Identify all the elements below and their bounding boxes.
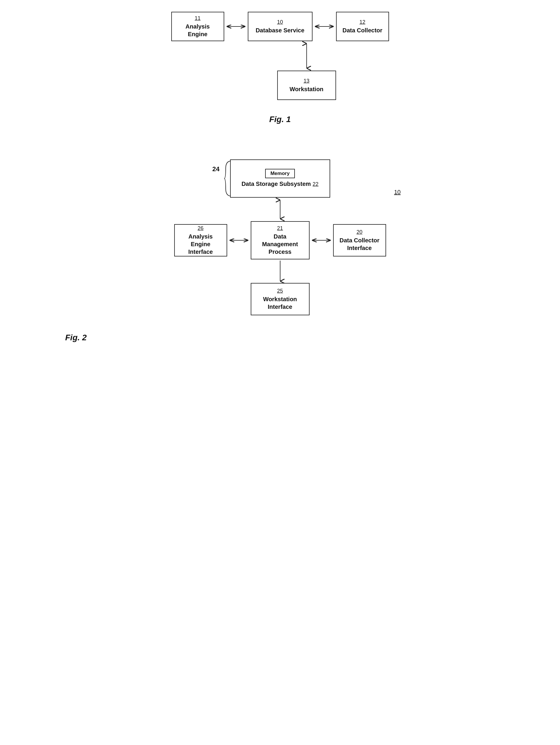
fig2-label-row: Fig. 2 <box>148 324 412 342</box>
fig1-top-row: 11 Analysis Engine 10 Database Serv <box>148 12 412 41</box>
analysis-engine-label: Analysis Engine <box>177 23 219 38</box>
analysis-engine-interface-box: 26 Analysis Engine Interface <box>174 224 227 256</box>
fig2-storage-row: 24 Memory Data Storage Subsystem 22 <box>230 159 330 198</box>
analysis-engine-box: 11 Analysis Engine <box>171 12 224 41</box>
database-service-box: 10 Database Service <box>248 12 313 41</box>
arrow-ds-to-dc <box>313 22 336 31</box>
workstation-label: Workstation <box>289 85 323 93</box>
data-storage-label: Data Storage Subsystem <box>242 180 311 188</box>
fig1-wrapper: 11 Analysis Engine 10 Database Serv <box>148 12 412 124</box>
data-collector-label: Data Collector <box>343 27 382 34</box>
ae-iface-number: 26 <box>197 225 203 231</box>
workstation-container: 13 Workstation <box>277 71 336 100</box>
wsi-label: Workstation Interface <box>256 295 304 311</box>
data-mgmt-number: 21 <box>277 225 283 231</box>
fig2-middle-row: 26 Analysis Engine Interface 21 Dat <box>148 221 412 259</box>
fig2-curly-number: 24 <box>213 165 220 173</box>
data-collector-interface-box: 20 Data Collector Interface <box>333 224 386 256</box>
data-mgmt-label: Data Management Process <box>256 233 304 256</box>
dci-label: Data Collector Interface <box>338 236 381 252</box>
database-service-label: Database Service <box>256 27 305 34</box>
memory-inner-box: Memory <box>265 169 295 178</box>
data-storage-box: Memory Data Storage Subsystem 22 <box>230 159 330 198</box>
arrow-aei-to-dmp <box>227 236 251 245</box>
ae-iface-label: Analysis Engine Interface <box>180 233 222 256</box>
arrow-storage-to-mgmt <box>276 198 285 221</box>
diagram-fig2: 10 24 Memory Data Storage Subsystem 22 <box>148 159 412 342</box>
data-collector-box: 12 Data Collector <box>336 12 389 41</box>
fig2-label: Fig. 2 <box>65 333 87 342</box>
arrow-ds-to-ws <box>302 41 311 71</box>
arrow-ae-to-ds <box>224 22 248 31</box>
analysis-engine-number: 11 <box>194 15 200 22</box>
workstation-box: 13 Workstation <box>277 71 336 100</box>
data-collector-number: 12 <box>359 19 365 25</box>
fig1-label: Fig. 1 <box>269 115 291 124</box>
data-mgmt-box: 21 Data Management Process <box>251 221 310 259</box>
dci-number: 20 <box>356 229 362 235</box>
database-service-number: 10 <box>277 19 283 25</box>
data-storage-label-row: Data Storage Subsystem 22 <box>242 180 319 189</box>
wsi-number: 25 <box>277 288 283 294</box>
data-storage-number: 22 <box>313 181 318 187</box>
arrow-dmp-to-dci <box>310 236 333 245</box>
diagram-fig1: 11 Analysis Engine 10 Database Serv <box>148 12 412 342</box>
workstation-number: 13 <box>303 78 309 84</box>
arrow-dmp-to-wsi <box>276 259 285 283</box>
workstation-interface-box: 25 Workstation Interface <box>251 283 310 315</box>
fig2-ref-number: 10 <box>394 189 401 196</box>
